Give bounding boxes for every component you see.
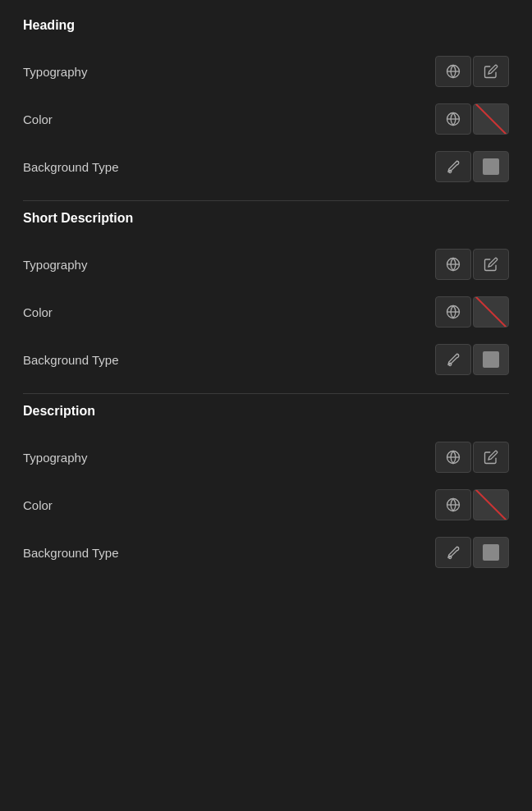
short-desc-typography-row: Typography: [23, 241, 509, 288]
short-desc-color-slash-icon: [474, 297, 508, 327]
heading-typography-edit-button[interactable]: [473, 56, 509, 87]
desc-bg-type-square-button[interactable]: [473, 537, 509, 568]
divider-1: [23, 200, 509, 201]
heading-bg-square-icon: [483, 158, 499, 175]
short-desc-color-globe-button[interactable]: [435, 296, 471, 328]
short-desc-typography-controls: [435, 249, 509, 280]
settings-panel: Heading Typography: [0, 0, 532, 594]
section-short-description-title: Short Description: [23, 211, 509, 226]
short-desc-typography-label: Typography: [23, 258, 87, 272]
desc-typography-globe-button[interactable]: [435, 442, 471, 473]
short-desc-color-label: Color: [23, 305, 53, 319]
short-desc-bg-type-square-button[interactable]: [473, 344, 509, 375]
short-desc-color-controls: [435, 296, 509, 328]
heading-bg-type-row: Background Type: [23, 143, 509, 190]
section-heading-title: Heading: [23, 18, 509, 33]
short-desc-color-swatch-button[interactable]: [473, 296, 509, 328]
desc-color-slash-icon: [474, 490, 508, 520]
heading-color-slash-icon: [474, 104, 508, 134]
heading-bg-type-label: Background Type: [23, 160, 118, 174]
section-heading: Heading Typography: [23, 18, 509, 190]
short-desc-color-row: Color: [23, 288, 509, 336]
heading-color-label: Color: [23, 112, 53, 126]
short-desc-bg-type-brush-button[interactable]: [435, 344, 471, 375]
short-desc-bg-type-row: Background Type: [23, 336, 509, 383]
short-desc-typography-globe-button[interactable]: [435, 249, 471, 280]
heading-color-row: Color: [23, 95, 509, 143]
desc-color-globe-button[interactable]: [435, 489, 471, 520]
heading-typography-globe-button[interactable]: [435, 56, 471, 87]
section-description: Description Typography: [23, 404, 509, 576]
desc-typography-controls: [435, 442, 509, 473]
desc-bg-type-controls: [435, 537, 509, 568]
short-desc-typography-edit-button[interactable]: [473, 249, 509, 280]
short-desc-bg-square-icon: [483, 351, 499, 368]
desc-bg-type-row: Background Type: [23, 529, 509, 576]
heading-typography-controls: [435, 56, 509, 87]
short-desc-bg-type-label: Background Type: [23, 353, 118, 367]
heading-color-globe-button[interactable]: [435, 103, 471, 135]
divider-2: [23, 393, 509, 394]
heading-typography-label: Typography: [23, 65, 87, 79]
heading-bg-type-brush-button[interactable]: [435, 151, 471, 182]
heading-color-controls: [435, 103, 509, 135]
desc-typography-label: Typography: [23, 451, 87, 465]
desc-color-label: Color: [23, 498, 53, 512]
heading-bg-type-controls: [435, 151, 509, 182]
section-short-description: Short Description Typography: [23, 211, 509, 383]
short-desc-bg-type-controls: [435, 344, 509, 375]
desc-color-controls: [435, 489, 509, 520]
heading-color-swatch-button[interactable]: [473, 103, 509, 135]
desc-color-row: Color: [23, 481, 509, 529]
desc-color-swatch-button[interactable]: [473, 489, 509, 520]
desc-bg-type-label: Background Type: [23, 546, 118, 560]
desc-bg-square-icon: [483, 544, 499, 561]
heading-bg-type-square-button[interactable]: [473, 151, 509, 182]
desc-bg-type-brush-button[interactable]: [435, 537, 471, 568]
desc-typography-row: Typography: [23, 433, 509, 481]
section-description-title: Description: [23, 404, 509, 419]
desc-typography-edit-button[interactable]: [473, 442, 509, 473]
heading-typography-row: Typography: [23, 48, 509, 95]
